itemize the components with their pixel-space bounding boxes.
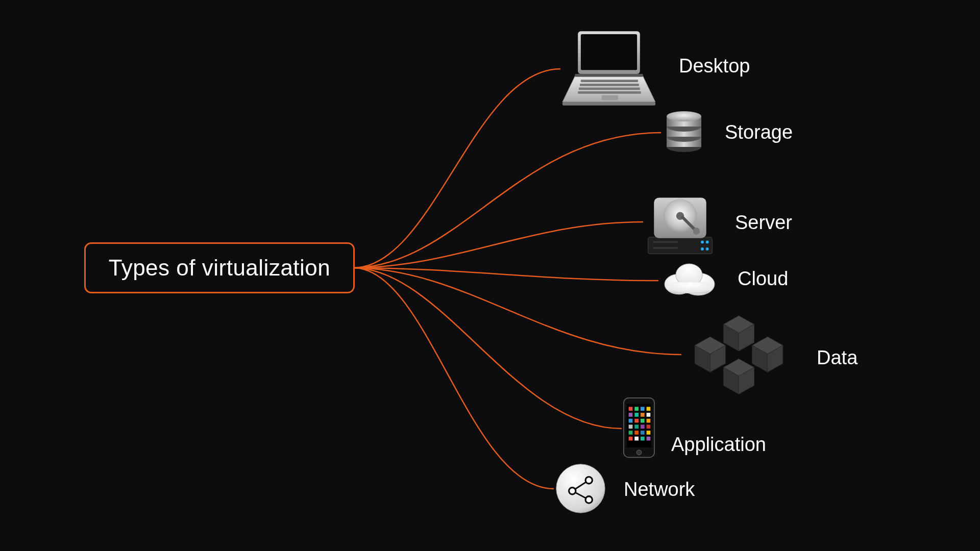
svg-rect-7 [579,88,640,90]
svg-rect-42 [629,413,633,417]
svg-point-62 [636,450,642,455]
svg-rect-32 [669,282,710,293]
branch-label-server: Server [735,212,792,234]
svg-rect-51 [634,424,639,429]
svg-rect-57 [647,431,651,435]
svg-rect-53 [647,424,651,429]
diagram-canvas: Types of virtualization [0,0,980,551]
svg-rect-23 [653,241,677,243]
branch-label-cloud: Cloud [738,268,788,290]
svg-rect-1 [581,34,637,70]
phone-apps-icon [622,397,656,458]
svg-rect-49 [647,419,651,423]
svg-rect-4 [575,74,643,77]
server-drive-icon [643,189,717,258]
svg-rect-47 [634,419,639,423]
svg-rect-43 [634,413,639,417]
svg-rect-52 [641,424,645,429]
branch-label-desktop: Desktop [679,55,750,77]
svg-rect-24 [653,247,677,249]
svg-point-17 [667,111,701,121]
svg-rect-10 [562,102,655,106]
database-icon [661,107,707,153]
svg-point-22 [706,247,709,251]
svg-rect-60 [641,437,645,441]
svg-point-28 [693,228,700,235]
svg-rect-6 [580,84,639,86]
branch-label-data: Data [817,347,857,369]
svg-rect-18 [648,237,713,254]
svg-rect-38 [629,407,633,411]
svg-rect-59 [634,437,639,441]
svg-rect-55 [634,431,639,435]
data-cubes-icon [681,314,796,408]
share-network-icon [554,462,607,515]
svg-rect-56 [641,431,645,435]
laptop-icon [560,29,657,108]
branch-label-application: Application [671,434,766,456]
svg-rect-61 [647,437,651,441]
svg-point-20 [706,240,709,243]
svg-rect-41 [647,407,651,411]
svg-rect-39 [634,407,639,411]
branch-label-storage: Storage [725,121,793,143]
svg-rect-58 [629,437,633,441]
svg-point-19 [701,240,704,243]
svg-point-63 [556,464,605,513]
svg-rect-9 [602,95,618,101]
cloud-icon [658,258,720,298]
svg-rect-5 [581,80,638,82]
svg-point-21 [701,247,704,251]
svg-rect-50 [629,424,633,429]
svg-rect-40 [641,407,645,411]
root-node: Types of virtualization [84,242,355,293]
root-label: Types of virtualization [109,255,331,281]
svg-rect-44 [641,413,645,417]
svg-rect-45 [647,413,651,417]
svg-rect-8 [578,91,641,94]
svg-rect-48 [641,419,645,423]
branch-label-network: Network [624,479,695,500]
svg-rect-54 [629,431,633,435]
svg-rect-46 [629,419,633,423]
